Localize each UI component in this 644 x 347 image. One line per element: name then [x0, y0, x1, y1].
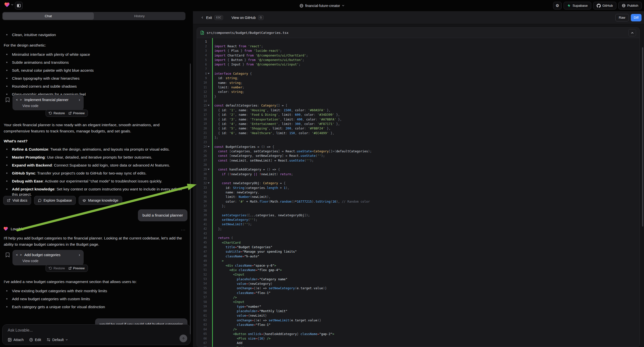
supabase-button[interactable]: Supabase: [564, 2, 591, 10]
code-line: 14: [197, 98, 640, 103]
github-button[interactable]: GitHub: [593, 2, 616, 10]
file-header[interactable]: src/components/budget/BudgetCategories.t…: [197, 28, 640, 38]
list-item: Minimalist interface with plenty of whit…: [4, 52, 184, 57]
arrow-up-icon: [182, 337, 185, 340]
code-line: 26 const [newCategory, setNewCategory] =…: [197, 154, 640, 158]
settings-button[interactable]: ⚙: [553, 2, 562, 10]
edit-button[interactable]: Edit: [29, 338, 41, 342]
raw-view-button[interactable]: Raw: [615, 14, 629, 22]
chat-input-toolbar: Attach Edit Default: [8, 338, 68, 342]
bullet-list: Clean, intuitive navigation: [4, 32, 184, 40]
code-line: 48 className="h-auto": [197, 254, 640, 258]
list-item: View existing budget categories with the…: [4, 288, 184, 294]
next-steps-list: Refine & Customize: Tweak the design, an…: [4, 146, 184, 200]
code-line: 3import { Plus } from 'lucide-react';: [197, 48, 640, 53]
file-path: src/components/budget/BudgetCategories.t…: [206, 31, 288, 34]
more-options-button[interactable]: ...: [181, 227, 186, 231]
quick-actions-row: Visit docs Explore Supabase Manage knowl…: [3, 196, 122, 205]
mode-selector[interactable]: Default: [46, 338, 68, 342]
design-bullet-list: Minimalist interface with plenty of whit…: [4, 52, 184, 100]
g-shortcut-badge: G: [258, 15, 264, 20]
code-line: 68 </Button>: [197, 345, 640, 347]
code-line: 25 const [categories, setCategories] = R…: [197, 149, 640, 153]
version-card-implement-financial-planner[interactable]: < > Implement financial planner › View c…: [12, 95, 84, 110]
code-line: 35 limit: Number(newLimit),: [197, 195, 640, 199]
code-line: 27 const [newLimit, setNewLimit] = React…: [197, 158, 640, 162]
list-item: Add project knowledge: Set key context o…: [4, 186, 184, 197]
view-mode-toggle: Raw Diff: [615, 14, 642, 22]
collapse-file-button[interactable]: [628, 29, 636, 36]
view-code-link[interactable]: View code: [22, 104, 80, 108]
code-line: 38: [197, 208, 640, 213]
preview-button[interactable]: Preview: [68, 266, 85, 270]
restore-button[interactable]: Restore: [49, 111, 65, 115]
publish-button[interactable]: Publish: [618, 2, 642, 10]
restore-button[interactable]: Restore: [49, 266, 65, 270]
code-line: 39 setCategories([...categories, newCate…: [197, 213, 640, 217]
bookmark-icon[interactable]: [6, 97, 10, 102]
code-scrollbar[interactable]: [642, 47, 643, 226]
code-line: 60 placeholder="Monthly limit": [197, 309, 640, 313]
chat-messages: Clean, intuitive navigation For the desi…: [0, 20, 193, 347]
restore-preview-toolbar: Restore Preview: [46, 110, 88, 117]
code-line: 10 name: string;: [197, 80, 640, 85]
view-code-link[interactable]: View code: [22, 259, 80, 263]
code-icon: < >: [16, 253, 22, 257]
list-item: Debug with Ease: Activate our experiment…: [4, 178, 184, 184]
target-circle-icon: [29, 338, 33, 342]
code-line: 7: [197, 67, 640, 71]
chevron-down-icon: [342, 4, 344, 7]
list-item: Soft, neutral color palette with light b…: [4, 68, 184, 73]
list-item: Each category gets a unique color for vi…: [4, 304, 184, 310]
code-icon: < >: [16, 98, 22, 102]
diff-view-button[interactable]: Diff: [631, 14, 642, 22]
list-item: Subtle animations and transitions: [4, 60, 184, 65]
chat-input-box[interactable]: Ask Lovable... Attach Edit: [2, 324, 191, 345]
code-line: 64 />: [197, 327, 640, 332]
bookmark-icon[interactable]: [6, 252, 10, 258]
code-line: 58 <Input: [197, 300, 640, 304]
assistant-message: I'll help you add budget categories to t…: [4, 235, 184, 248]
image-attach-icon: [8, 338, 12, 342]
code-line: 43: [197, 231, 640, 236]
view-on-github-link[interactable]: View on GitHub: [232, 16, 256, 20]
tab-chat[interactable]: Chat: [3, 12, 94, 20]
version-title: Implement financial planner: [24, 98, 68, 102]
code-line: 53 placeholder="Category name": [197, 277, 640, 281]
assistant-message: Your sleek financial planner is now read…: [4, 122, 184, 134]
code-line: 11 limit: number;: [197, 85, 640, 89]
code-line: 65 <Button onClick={handleAddCategory} c…: [197, 332, 640, 336]
file-card: src/components/budget/BudgetCategories.t…: [197, 28, 640, 347]
manage-knowledge-button[interactable]: Manage knowledge: [79, 196, 122, 205]
code-line: 32 const newCategoryObj: Category = {: [197, 181, 640, 186]
chat-scrollbar[interactable]: [190, 64, 191, 334]
project-switcher[interactable]: financial-future-creator: [0, 0, 644, 11]
code-line: 63 className="flex-1": [197, 322, 640, 327]
supabase-bolt-icon: [567, 4, 571, 8]
visit-docs-button[interactable]: Visit docs: [3, 196, 31, 205]
explore-supabase-button[interactable]: Explore Supabase: [34, 196, 76, 205]
tab-history[interactable]: History: [94, 12, 185, 20]
code-line: 24const BudgetCategories = () => {: [197, 144, 640, 149]
code-line: 15const defaultCategories: Category[] = …: [197, 103, 640, 108]
preview-button[interactable]: Preview: [68, 111, 85, 115]
list-item: Add new budget categories with custom li…: [4, 296, 184, 302]
exit-button[interactable]: Exit: [206, 16, 212, 20]
attach-button[interactable]: Attach: [8, 338, 24, 342]
assistant-message: I've added a new budget categories manag…: [4, 278, 184, 285]
version-card-add-budget-categories[interactable]: < > Add budget categories › View code: [12, 250, 84, 265]
code-editor[interactable]: 12import React from 'react';3import { Pl…: [197, 38, 640, 347]
top-bar-actions: ⚙ Supabase GitHub: [553, 2, 642, 10]
code-line: 2import React from 'react';: [197, 44, 640, 48]
chat-input-placeholder[interactable]: Ask Lovable...: [8, 328, 33, 332]
code-line: 28: [197, 162, 640, 167]
send-button[interactable]: [180, 334, 187, 342]
code-line: 61 value={newLimit}: [197, 314, 640, 318]
github-icon: [597, 4, 601, 8]
code-line: 13}: [197, 94, 640, 98]
chevron-down-icon: [66, 338, 68, 341]
assistant-name: Lovable: [11, 227, 24, 231]
feature-bullet-list: View existing budget categories with the…: [4, 288, 184, 312]
code-line: 57 />: [197, 295, 640, 300]
code-line: 23: [197, 140, 640, 144]
